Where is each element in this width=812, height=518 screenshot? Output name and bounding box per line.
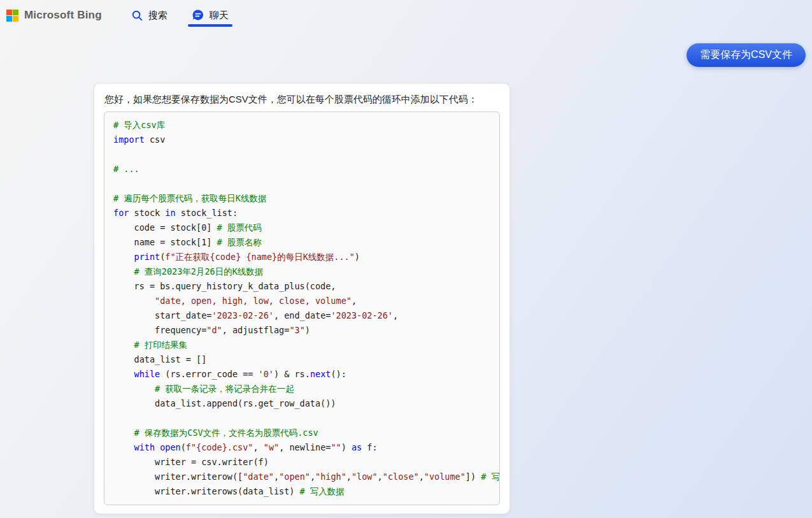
code-line [113, 176, 490, 191]
ms-logo-square-yellow [13, 16, 18, 22]
code-block[interactable]: # 导入csv库import csv # ... # 遍历每个股票代码，获取每日… [104, 112, 500, 505]
chat-icon [192, 9, 204, 22]
code-line: start_date='2023-02-26', end_date='2023-… [113, 308, 490, 323]
code-line: # 保存数据为CSV文件，文件名为股票代码.csv [113, 426, 490, 440]
tab-search[interactable]: 搜索 [129, 0, 170, 31]
code-line: rs = bs.query_history_k_data_plus(code, [113, 279, 490, 294]
code-line: print(f"正在获取{code} {name}的每日K线数据...") [113, 250, 490, 264]
ms-logo-square-blue [6, 16, 12, 22]
top-nav: Microsoft Bing 搜索 聊天 [0, 0, 812, 31]
code-line: # 打印结果集 [113, 338, 490, 352]
user-message-bubble: 需要保存为CSV文件 [687, 43, 806, 67]
code-line: writer = csv.writer(f) [113, 455, 490, 470]
code-line: import csv [113, 133, 490, 147]
code-line: data_list.append(rs.get_row_data()) [113, 396, 490, 411]
microsoft-logo-icon [6, 10, 18, 22]
code-line: while (rs.error_code == '0') & rs.next()… [113, 367, 490, 382]
nav-tabs: 搜索 聊天 [129, 0, 250, 31]
brand[interactable]: Microsoft Bing [6, 9, 102, 22]
search-icon [131, 10, 143, 22]
code-line: writer.writerow(["date","open","high","l… [113, 470, 490, 484]
code-line: # 获取一条记录，将记录合并在一起 [113, 382, 490, 396]
code-line: with open(f"{code}.csv", "w", newline=""… [113, 440, 490, 455]
code-line: code = stock[0] # 股票代码 [113, 220, 490, 235]
code-line: name = stock[1] # 股票名称 [113, 235, 490, 250]
code-line: # 遍历每个股票代码，获取每日K线数据 [113, 191, 490, 206]
code-line: "date, open, high, low, close, volume", [113, 294, 490, 308]
assistant-message-text: 您好，如果您想要保存数据为CSV文件，您可以在每个股票代码的循环中添加以下代码： [104, 92, 499, 106]
code-line: # 查询2023年2月26日的K线数据 [113, 264, 490, 279]
tab-chat[interactable]: 聊天 [189, 0, 231, 31]
code-line: data_list = [] [113, 352, 490, 367]
code-line: # ... [113, 162, 490, 176]
code-line [113, 147, 490, 162]
ms-logo-square-green [13, 10, 18, 15]
active-tab-indicator [188, 24, 232, 27]
code-line: writer.writerows(data_list) # 写入数据 [113, 484, 490, 499]
brand-name: Microsoft Bing [24, 9, 102, 22]
ms-logo-square-red [6, 10, 12, 15]
assistant-message-card: 您好，如果您想要保存数据为CSV文件，您可以在每个股票代码的循环中添加以下代码：… [94, 83, 510, 514]
code-line: for stock in stock_list: [113, 206, 490, 220]
code-line [113, 411, 490, 426]
tab-chat-label: 聊天 [210, 10, 229, 22]
code-line: frequency="d", adjustflag="3") [113, 323, 490, 338]
code-line: # 导入csv库 [113, 118, 490, 133]
tab-search-label: 搜索 [148, 10, 167, 22]
